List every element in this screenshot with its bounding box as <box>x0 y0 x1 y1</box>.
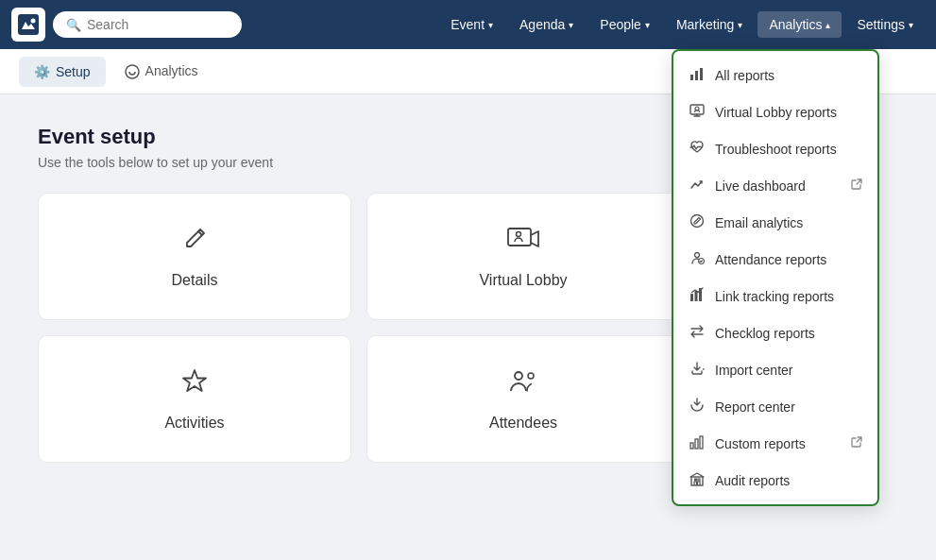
navbar: 🔍 Event ▾ Agenda ▾ People ▾ Marketing ▾ … <box>0 0 936 49</box>
svg-point-12 <box>695 253 700 258</box>
report-center-icon <box>689 398 706 416</box>
svg-rect-14 <box>690 294 693 301</box>
card-virtual-lobby[interactable]: Virtual Lobby <box>366 193 680 320</box>
tab-setup[interactable]: ⚙️ Setup <box>19 57 106 87</box>
dropdown-item-all-reports[interactable]: All reports <box>673 57 877 93</box>
setup-icon: ⚙️ <box>34 64 50 79</box>
svg-point-5 <box>528 373 534 379</box>
dropdown-item-checklog-reports[interactable]: Checklog reports <box>673 314 877 351</box>
card-attendees-label: Attendees <box>489 415 557 432</box>
svg-rect-18 <box>690 443 693 449</box>
card-virtual-lobby-label: Virtual Lobby <box>479 272 567 289</box>
svg-rect-23 <box>698 479 700 481</box>
nav-item-settings[interactable]: Settings ▾ <box>845 11 925 38</box>
chevron-down-icon: ▾ <box>645 20 650 30</box>
dropdown-item-virtual-lobby-reports[interactable]: Virtual Lobby reports <box>673 93 877 130</box>
svg-rect-20 <box>700 436 703 449</box>
monitor-icon <box>689 103 706 121</box>
nav-item-event[interactable]: Event ▾ <box>439 11 504 38</box>
svg-rect-15 <box>695 291 698 301</box>
svg-point-3 <box>517 232 521 237</box>
tab-analytics[interactable]: Analytics <box>110 56 213 87</box>
svg-rect-19 <box>695 439 698 449</box>
app-logo[interactable] <box>11 8 45 42</box>
svg-point-0 <box>31 19 36 24</box>
search-box[interactable]: 🔍 <box>53 11 242 38</box>
building-icon <box>689 471 706 489</box>
custom-chart-icon <box>689 434 706 452</box>
card-details[interactable]: Details <box>38 193 351 320</box>
virtual-lobby-icon <box>506 224 540 261</box>
nav-item-people[interactable]: People ▾ <box>588 11 661 38</box>
dropdown-item-live-dashboard[interactable]: Live dashboard <box>673 167 877 204</box>
external-link-icon-2 <box>851 436 862 450</box>
chevron-down-icon: ▾ <box>909 20 913 30</box>
attendees-icon <box>506 366 540 403</box>
edit-circle-icon <box>689 213 706 231</box>
trend-up-icon <box>689 177 706 195</box>
card-activities-label: Activities <box>164 415 224 432</box>
search-icon: 🔍 <box>66 18 81 32</box>
person-badge-icon <box>689 250 706 268</box>
dropdown-item-custom-reports[interactable]: Custom reports <box>673 425 877 462</box>
svg-rect-22 <box>695 479 697 481</box>
dropdown-item-report-center[interactable]: Report center <box>673 388 877 425</box>
dropdown-item-troubleshoot-reports[interactable]: Troubleshoot reports <box>673 130 877 167</box>
card-activities[interactable]: Activities <box>38 335 351 463</box>
svg-rect-6 <box>690 75 693 80</box>
svg-rect-8 <box>700 68 703 80</box>
dropdown-item-email-analytics[interactable]: Email analytics <box>673 204 877 241</box>
svg-point-11 <box>691 215 704 228</box>
svg-point-4 <box>515 372 522 380</box>
search-input[interactable] <box>87 17 229 32</box>
nav-item-analytics[interactable]: Analytics ▴ <box>757 11 842 38</box>
nav-item-marketing[interactable]: Marketing ▾ <box>665 11 754 38</box>
external-link-icon <box>851 178 862 193</box>
chevron-up-icon: ▴ <box>825 20 830 30</box>
card-details-label: Details <box>172 272 218 289</box>
nav-items: Event ▾ Agenda ▾ People ▾ Marketing ▾ An… <box>439 11 925 38</box>
import-center-icon <box>689 361 706 379</box>
dropdown-item-import-center[interactable]: Import center <box>673 351 877 388</box>
nav-item-agenda[interactable]: Agenda ▾ <box>508 11 585 38</box>
link-tracking-icon <box>689 287 706 305</box>
svg-point-1 <box>126 65 139 78</box>
dropdown-item-audit-reports[interactable]: Audit reports <box>673 462 877 499</box>
analytics-icon <box>125 63 140 79</box>
card-attendees[interactable]: Attendees <box>366 335 680 463</box>
chevron-down-icon: ▾ <box>738 20 742 30</box>
svg-rect-7 <box>695 71 698 80</box>
chevron-down-icon: ▾ <box>488 20 493 30</box>
bar-chart-icon <box>689 66 706 84</box>
logo-icon <box>18 14 39 35</box>
dropdown-item-attendance-reports[interactable]: Attendance reports <box>673 241 877 278</box>
heart-pulse-icon <box>689 140 706 158</box>
analytics-dropdown: All reports Virtual Lobby reports Troubl… <box>672 49 879 506</box>
cards-grid: Details Virtual Lobby Activities <box>38 193 680 463</box>
chevron-down-icon: ▾ <box>569 20 573 30</box>
details-icon <box>179 224 210 261</box>
arrows-exchange-icon <box>689 324 706 342</box>
dropdown-item-link-tracking-reports[interactable]: Link tracking reports <box>673 278 877 314</box>
activities-icon <box>179 366 210 403</box>
